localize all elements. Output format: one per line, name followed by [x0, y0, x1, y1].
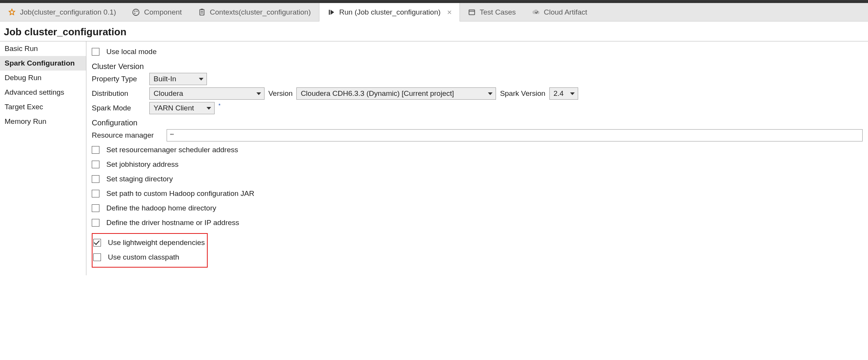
sidebar-item-label: Advanced settings [5, 88, 64, 96]
tab-testcases[interactable]: Test Cases [460, 3, 524, 21]
run-sidebar: Basic Run Spark Configuration Debug Run … [0, 41, 86, 275]
tab-label: Run (Job cluster_configuration) [339, 8, 441, 16]
svg-rect-6 [329, 10, 330, 15]
checkbox-label: Set resourcemanager scheduler address [106, 146, 238, 154]
checkbox-label: Set jobhistory address [106, 160, 179, 169]
checkbox-label: Set staging directory [106, 175, 173, 183]
version-label: Version [268, 89, 293, 98]
property-type-select[interactable]: Built-In [149, 73, 207, 85]
tab-label: Component [144, 8, 182, 16]
spark-mode-select[interactable]: YARN Client [149, 102, 215, 114]
sidebar-item-label: Basic Run [5, 44, 38, 53]
svg-rect-7 [469, 10, 475, 15]
required-asterisk: * [218, 102, 220, 108]
property-type-label: Property Type [92, 75, 145, 83]
sidebar-item-label: Debug Run [5, 74, 41, 82]
resource-manager-input[interactable] [167, 129, 863, 141]
window-top-border [0, 0, 868, 3]
sidebar-item-spark-config[interactable]: Spark Configuration [0, 56, 86, 71]
checkbox-label: Use lightweight dependencies [108, 238, 205, 247]
tab-component[interactable]: Component [124, 3, 190, 21]
tab-run[interactable]: Run (Job cluster_configuration) ✕ [319, 3, 460, 21]
svg-rect-4 [200, 9, 204, 15]
highlighted-options: Use lightweight dependencies Use custom … [92, 233, 208, 268]
checkbox-label: Define the driver hostname or IP address [106, 219, 239, 227]
chevron-down-icon [207, 107, 211, 110]
tab-cloud-artifact[interactable]: Cloud Artifact [524, 3, 595, 21]
set-staging-dir-checkbox[interactable] [92, 175, 99, 183]
tab-job[interactable]: Job(cluster_configuration 0.1) [0, 3, 124, 21]
play-icon [327, 8, 336, 16]
define-driver-host-checkbox[interactable] [92, 219, 99, 227]
use-local-mode-label: Use local mode [106, 48, 157, 56]
editor-tabstrip: Job(cluster_configuration 0.1) Component… [0, 3, 868, 21]
sidebar-item-basic-run[interactable]: Basic Run [0, 41, 86, 56]
svg-point-3 [134, 13, 136, 14]
sidebar-item-label: Memory Run [5, 117, 46, 125]
spark-config-content: Use local mode Cluster Version Property … [86, 41, 868, 275]
distribution-label: Distribution [92, 89, 145, 98]
spark-mode-label: Spark Mode [92, 104, 145, 112]
sidebar-item-advanced[interactable]: Advanced settings [0, 85, 86, 100]
cloud-publish-icon [532, 8, 540, 16]
tab-label: Contexts(cluster_configuration) [210, 8, 311, 16]
svg-rect-5 [201, 8, 203, 10]
select-value: 2.4 [554, 89, 564, 98]
chevron-down-icon [256, 92, 261, 95]
version-select[interactable]: Cloudera CDH6.3.3 (Dynamic) [Current pro… [296, 87, 496, 100]
star-icon [8, 8, 16, 16]
clipboard-icon [198, 8, 206, 16]
use-custom-classpath-checkbox[interactable] [93, 253, 101, 261]
tab-contexts[interactable]: Contexts(cluster_configuration) [190, 3, 319, 21]
section-cluster-version: Cluster Version [92, 60, 863, 71]
section-configuration: Configuration [92, 116, 863, 127]
select-value: YARN Client [154, 104, 194, 112]
chevron-down-icon [570, 92, 575, 95]
set-jobhistory-checkbox[interactable] [92, 161, 99, 168]
svg-point-0 [133, 9, 139, 15]
sidebar-item-label: Target Exec [5, 103, 43, 111]
chevron-down-icon [199, 78, 203, 81]
page-title: Job cluster_configuration [0, 21, 868, 41]
spark-version-select[interactable]: 2.4 [549, 87, 578, 100]
set-scheduler-address-checkbox[interactable] [92, 146, 99, 154]
define-hadoop-home-checkbox[interactable] [92, 204, 99, 212]
close-icon[interactable]: ✕ [447, 9, 452, 16]
resource-manager-label: Resource manager [92, 131, 163, 140]
sidebar-item-memory-run[interactable]: Memory Run [0, 114, 86, 129]
window-icon [468, 8, 476, 16]
sidebar-item-label: Spark Configuration [5, 59, 75, 67]
svg-point-1 [134, 10, 136, 12]
tab-label: Job(cluster_configuration 0.1) [20, 8, 116, 16]
checkbox-label: Define the hadoop home directory [106, 204, 216, 212]
select-value: Cloudera CDH6.3.3 (Dynamic) [Current pro… [301, 89, 454, 98]
distribution-select[interactable]: Cloudera [149, 87, 265, 100]
run-panel: Basic Run Spark Configuration Debug Run … [0, 41, 868, 275]
sidebar-item-debug-run[interactable]: Debug Run [0, 71, 86, 85]
select-value: Built-In [154, 75, 176, 83]
sidebar-item-target-exec[interactable]: Target Exec [0, 100, 86, 114]
checkbox-label: Set path to custom Hadoop configuration … [106, 189, 255, 198]
use-lightweight-deps-checkbox[interactable] [93, 239, 101, 247]
chevron-down-icon [488, 92, 493, 95]
spark-version-label: Spark Version [500, 89, 545, 98]
palette-icon [132, 8, 140, 16]
select-value: Cloudera [154, 89, 183, 98]
tab-label: Cloud Artifact [544, 8, 587, 16]
svg-point-2 [137, 10, 138, 12]
use-local-mode-checkbox[interactable] [92, 48, 99, 56]
checkbox-label: Use custom classpath [108, 253, 179, 261]
set-hadoop-jar-checkbox[interactable] [92, 190, 99, 197]
tab-label: Test Cases [480, 8, 516, 16]
